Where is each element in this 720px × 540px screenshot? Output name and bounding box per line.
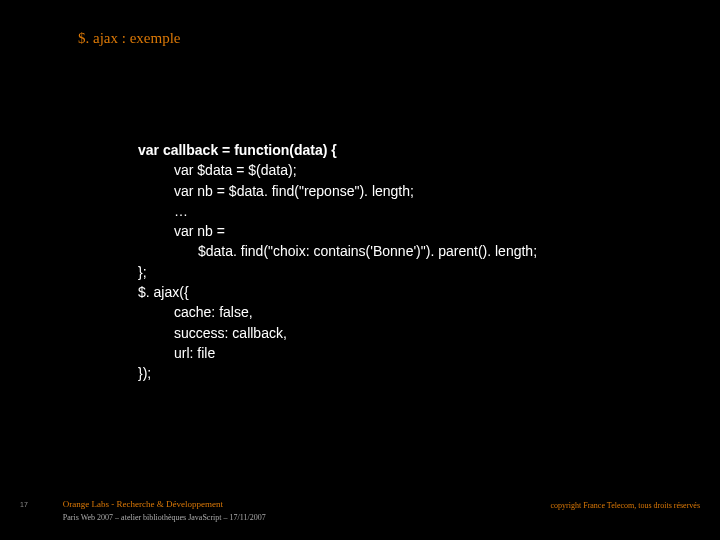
footer: 17 Orange Labs - Recherche & Développeme… <box>0 499 720 522</box>
code-line: $data. find("choix: contains('Bonne')").… <box>138 241 537 261</box>
slide-title: $. ajax : exemple <box>78 30 180 47</box>
code-line: var nb = $data. find("reponse"). length; <box>138 181 537 201</box>
code-line: $. ajax({ <box>138 282 537 302</box>
code-line: var callback = function(data) { <box>138 140 537 160</box>
code-line: … <box>138 201 537 221</box>
code-line: url: file <box>138 343 537 363</box>
page-number: 17 <box>20 501 28 508</box>
footer-left: 17 Orange Labs - Recherche & Développeme… <box>20 499 266 522</box>
code-line: success: callback, <box>138 323 537 343</box>
footer-text-block: Orange Labs - Recherche & Développement … <box>63 499 266 522</box>
code-block: var callback = function(data) { var $dat… <box>138 140 537 384</box>
footer-event: Paris Web 2007 – atelier bibliothèques J… <box>63 513 266 522</box>
code-line: var $data = $(data); <box>138 160 537 180</box>
footer-copyright: copyright France Telecom, tous droits ré… <box>551 501 700 510</box>
code-line: }); <box>138 363 537 383</box>
code-line: }; <box>138 262 537 282</box>
code-line: cache: false, <box>138 302 537 322</box>
code-line: var nb = <box>138 221 537 241</box>
footer-org: Orange Labs - Recherche & Développement <box>63 499 266 509</box>
